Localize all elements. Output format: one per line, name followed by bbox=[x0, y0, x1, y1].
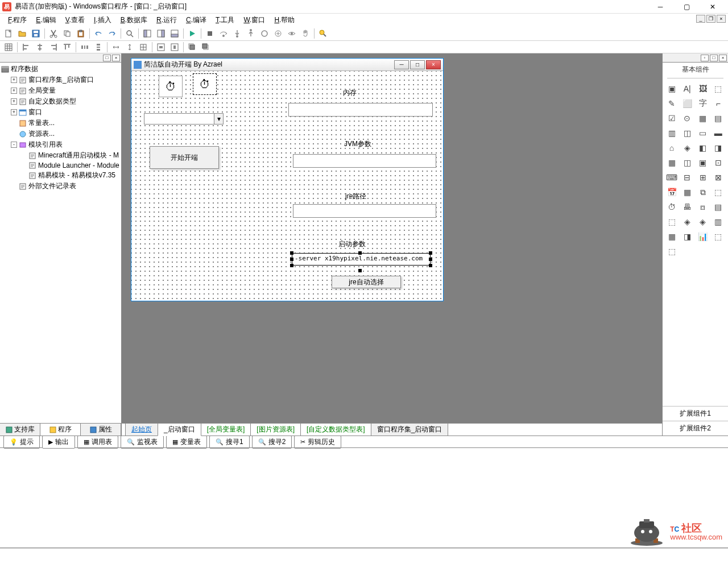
mdi-restore[interactable]: ❐ bbox=[706, 15, 715, 23]
memory-textbox[interactable] bbox=[288, 103, 433, 117]
rp-collapse-button[interactable]: □ bbox=[710, 55, 718, 61]
component-tool[interactable]: ⌂ bbox=[665, 141, 679, 155]
component-tool[interactable]: ◨ bbox=[680, 230, 694, 243]
component-tool[interactable]: ✎ bbox=[665, 97, 679, 110]
tree-toggle[interactable]: + bbox=[11, 88, 17, 94]
component-tool[interactable]: ◧ bbox=[696, 141, 710, 155]
bottom-tab[interactable]: ▦调用表 bbox=[77, 436, 118, 449]
start-button[interactable]: 开始开端 bbox=[150, 146, 219, 169]
form-min-button[interactable]: ─ bbox=[394, 60, 409, 69]
component-tool[interactable]: ◈ bbox=[680, 141, 694, 155]
component-tool[interactable]: ◫ bbox=[680, 126, 694, 140]
menu-r[interactable]: R.运行 bbox=[152, 14, 181, 26]
tab-property[interactable]: 属性 bbox=[81, 424, 121, 436]
component-tool[interactable]: ⬚ bbox=[712, 185, 725, 199]
panel-close-button[interactable]: × bbox=[112, 55, 120, 61]
form-close-button[interactable]: × bbox=[426, 60, 441, 69]
menu-i[interactable]: I.插入 bbox=[89, 14, 116, 26]
same-height-button[interactable] bbox=[123, 41, 136, 53]
menu-w[interactable]: W.窗口 bbox=[239, 14, 270, 26]
run-button[interactable] bbox=[186, 27, 198, 40]
selection-handle[interactable] bbox=[358, 269, 362, 272]
selection-handle[interactable] bbox=[358, 251, 362, 255]
ext-group-2[interactable]: 扩展组件2 bbox=[663, 421, 728, 436]
component-tool[interactable]: ▭ bbox=[696, 126, 710, 140]
component-tool[interactable]: 🖼 bbox=[696, 82, 710, 96]
center-h-button[interactable] bbox=[155, 41, 167, 53]
timer2-control[interactable]: ⏱ bbox=[193, 73, 217, 95]
tree-item[interactable]: 外部文件记录表 bbox=[0, 181, 121, 192]
tree-item[interactable]: -模块引用表 bbox=[0, 139, 121, 150]
break-all-button[interactable] bbox=[272, 27, 284, 40]
form-titlebar[interactable]: 简洁版自动开端 By Azrael ─ □ × bbox=[131, 59, 443, 71]
bottom-tab[interactable]: 🔍搜寻1 bbox=[209, 436, 250, 449]
component-tool[interactable]: ⬚ bbox=[712, 230, 725, 243]
component-tool[interactable]: ⬚ bbox=[665, 244, 679, 258]
selection-handle[interactable] bbox=[429, 258, 432, 261]
undo-button[interactable] bbox=[92, 27, 105, 40]
component-tool[interactable]: ⏱ bbox=[665, 200, 679, 214]
cut-button[interactable] bbox=[47, 27, 60, 40]
rp-close-button[interactable]: × bbox=[719, 55, 727, 61]
component-tool[interactable]: ⧈ bbox=[696, 200, 710, 214]
center-tab[interactable]: 起始页 bbox=[125, 423, 158, 436]
tree-toggle[interactable]: + bbox=[11, 109, 17, 115]
hand-button[interactable] bbox=[299, 27, 312, 40]
component-tool[interactable]: ◫ bbox=[680, 156, 694, 169]
breakpoint-button[interactable] bbox=[258, 27, 271, 40]
mdi-close[interactable]: × bbox=[717, 15, 726, 23]
component-tool[interactable]: 字 bbox=[696, 97, 710, 110]
component-tool[interactable]: ⊞ bbox=[696, 171, 710, 184]
form-max-button[interactable]: □ bbox=[410, 60, 425, 69]
new-button[interactable] bbox=[2, 27, 15, 40]
combobox-control[interactable]: ▾ bbox=[144, 113, 224, 125]
tree-item[interactable]: Module Launcher - Module bbox=[0, 161, 121, 170]
selection-handle[interactable] bbox=[290, 258, 293, 261]
component-tool[interactable]: ◈ bbox=[680, 215, 694, 229]
bottom-tab[interactable]: ▦变量表 bbox=[166, 436, 207, 449]
component-tool[interactable]: ▦ bbox=[665, 156, 679, 169]
tree-toggle[interactable]: - bbox=[11, 142, 17, 148]
component-tool[interactable]: ▣ bbox=[665, 82, 679, 96]
component-tool[interactable]: ⬚ bbox=[665, 215, 679, 229]
ext-group-1[interactable]: 扩展组件1 bbox=[663, 406, 728, 421]
layout1-button[interactable] bbox=[141, 27, 154, 40]
component-tool[interactable]: ▤ bbox=[712, 111, 725, 125]
tree-item[interactable]: Minecraft通用启动模块 - M bbox=[0, 150, 121, 161]
tab-program[interactable]: 程序 bbox=[40, 424, 81, 436]
component-tool[interactable]: ⊙ bbox=[680, 111, 694, 125]
send-back-button[interactable] bbox=[200, 41, 212, 53]
component-tool[interactable]: ▥ bbox=[712, 215, 725, 229]
tree-root[interactable]: 程序数据 bbox=[0, 64, 121, 74]
tree-toggle[interactable]: + bbox=[11, 98, 17, 105]
close-button[interactable]: ✕ bbox=[700, 0, 726, 14]
jre-textbox[interactable] bbox=[293, 204, 436, 218]
component-tool[interactable]: ⬜ bbox=[680, 97, 694, 110]
align-top-button[interactable] bbox=[61, 41, 73, 53]
layout2-button[interactable] bbox=[155, 27, 167, 40]
menu-t[interactable]: T.工具 bbox=[211, 14, 239, 26]
menu-h[interactable]: H.帮助 bbox=[270, 14, 299, 26]
bring-front-button[interactable] bbox=[186, 41, 198, 53]
search-toolbar-button[interactable] bbox=[317, 27, 329, 40]
menu-v[interactable]: V.查看 bbox=[61, 14, 89, 26]
component-tool[interactable]: ◨ bbox=[712, 141, 725, 155]
menu-c[interactable]: C.编译 bbox=[181, 14, 211, 26]
selection-handle[interactable] bbox=[429, 251, 432, 255]
tree-item[interactable]: 精易模块 - 精易模块v7.35 bbox=[0, 170, 121, 181]
launch-textbox[interactable]: -server x19hypixel.nie.netease.com bbox=[292, 253, 431, 266]
align-center-h-button[interactable] bbox=[34, 41, 46, 53]
align-right-button[interactable] bbox=[47, 41, 60, 53]
component-tool[interactable]: A| bbox=[680, 82, 694, 96]
component-tool[interactable]: ▦ bbox=[665, 230, 679, 243]
find-button[interactable] bbox=[123, 27, 136, 40]
component-tool[interactable]: ⌐ bbox=[712, 97, 725, 110]
bottom-tab[interactable]: 🔍监视表 bbox=[121, 436, 164, 449]
step-into-button[interactable] bbox=[231, 27, 243, 40]
component-tool[interactable]: ▤ bbox=[712, 200, 725, 214]
component-tool[interactable]: ◈ bbox=[696, 215, 710, 229]
component-tool[interactable]: ⧉ bbox=[696, 185, 710, 199]
align-left-button[interactable] bbox=[20, 41, 32, 53]
component-tool[interactable]: ☑ bbox=[665, 111, 679, 125]
mdi-minimize[interactable]: _ bbox=[696, 15, 705, 23]
